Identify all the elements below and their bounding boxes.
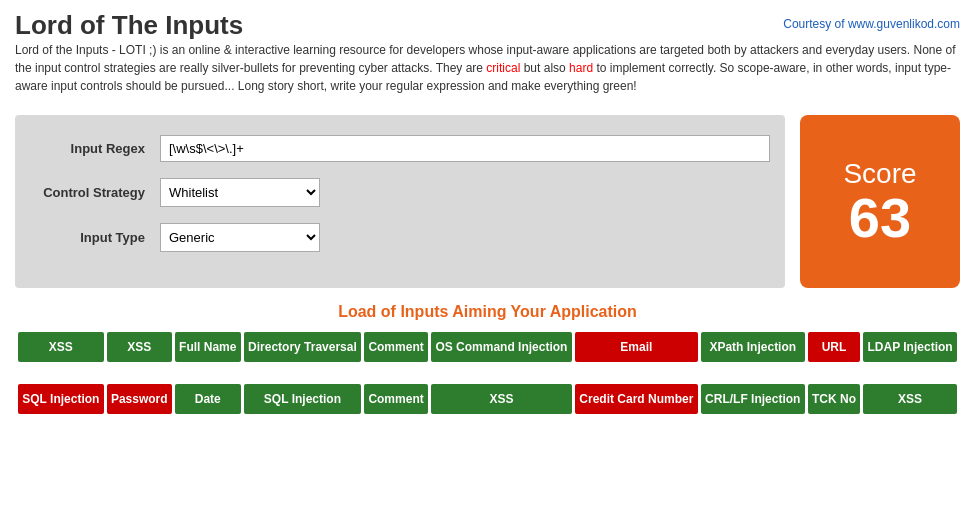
table-cell[interactable]: Comment — [364, 332, 428, 362]
type-input-wrapper: Generic Email URL Full Name Password Dat… — [160, 223, 770, 252]
table-row: SQL InjectionPasswordDateSQL InjectionCo… — [18, 384, 957, 414]
table-cell[interactable]: XSS — [863, 384, 957, 414]
table-cell[interactable]: XSS — [18, 332, 104, 362]
strategy-row: Control Strategy Whitelist Blacklist Enc… — [30, 178, 770, 207]
table-title: Load of Inputs Aiming Your Application — [15, 303, 960, 321]
table-cell[interactable]: Credit Card Number — [575, 384, 698, 414]
regex-input-wrapper — [160, 135, 770, 162]
table-cell[interactable]: Password — [107, 384, 172, 414]
regex-input[interactable] — [160, 135, 770, 162]
table-cell[interactable]: XSS — [431, 384, 572, 414]
table-cell[interactable]: SQL Injection — [244, 384, 362, 414]
type-select[interactable]: Generic Email URL Full Name Password Dat… — [160, 223, 320, 252]
table-cell[interactable]: LDAP Injection — [863, 332, 957, 362]
table-cell[interactable]: SQL Injection — [18, 384, 104, 414]
score-value: 63 — [849, 190, 911, 246]
table-cell[interactable]: CRL/LF Injection — [701, 384, 805, 414]
table-cell[interactable]: TCK No — [808, 384, 860, 414]
score-panel: Score 63 — [800, 115, 960, 288]
strategy-select[interactable]: Whitelist Blacklist Encoding Validation — [160, 178, 320, 207]
table-cell[interactable]: URL — [808, 332, 860, 362]
table-section: Load of Inputs Aiming Your Application X… — [0, 298, 975, 427]
page-header: Lord of The Inputs Courtesy of www.guven… — [0, 0, 975, 36]
table-cell[interactable]: Date — [175, 384, 241, 414]
strategy-input-wrapper: Whitelist Blacklist Encoding Validation — [160, 178, 770, 207]
regex-label: Input Regex — [30, 141, 160, 156]
type-label: Input Type — [30, 230, 160, 245]
table-cell[interactable]: Directory Traversal — [244, 332, 362, 362]
type-row: Input Type Generic Email URL Full Name P… — [30, 223, 770, 252]
table-body: XSSXSSFull NameDirectory TraversalCommen… — [18, 332, 957, 414]
table-cell[interactable]: Comment — [364, 384, 428, 414]
table-row: XSSXSSFull NameDirectory TraversalCommen… — [18, 332, 957, 362]
table-cell[interactable]: XPath Injection — [701, 332, 805, 362]
desc-text2: but also — [520, 61, 569, 75]
table-cell[interactable]: Email — [575, 332, 698, 362]
strategy-label: Control Strategy — [30, 185, 160, 200]
inputs-table: XSSXSSFull NameDirectory TraversalCommen… — [15, 329, 960, 417]
desc-highlight2: hard — [569, 61, 593, 75]
table-cell[interactable]: XSS — [107, 332, 172, 362]
main-area: Input Regex Control Strategy Whitelist B… — [0, 105, 975, 298]
table-cell[interactable]: OS Command Injection — [431, 332, 572, 362]
score-label: Score — [843, 158, 916, 190]
regex-row: Input Regex — [30, 135, 770, 162]
page-description: Lord of the Inputs - LOTI ;) is an onlin… — [0, 36, 975, 105]
controls-panel: Input Regex Control Strategy Whitelist B… — [15, 115, 785, 288]
desc-highlight1: critical — [486, 61, 520, 75]
separator-row — [18, 365, 957, 381]
table-cell[interactable]: Full Name — [175, 332, 241, 362]
